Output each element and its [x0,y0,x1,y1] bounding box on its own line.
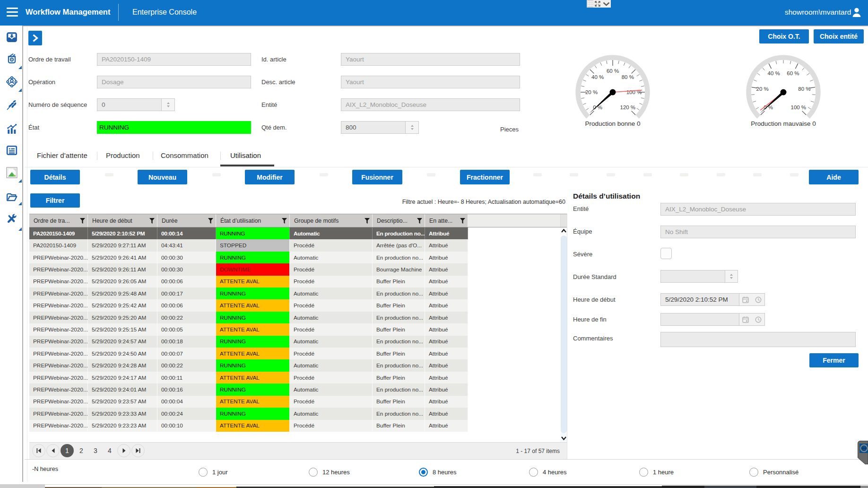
svg-text:120 %: 120 % [620,105,635,110]
svg-text:20 %: 20 % [756,86,768,92]
svg-text:40 %: 40 % [767,70,780,76]
svg-text:60 %: 60 % [787,70,799,76]
svg-text:20 %: 20 % [585,89,598,95]
svg-text:80 %: 80 % [622,74,634,80]
svg-text:60 %: 60 % [607,68,619,74]
svg-text:40 %: 40 % [591,74,604,80]
svg-text:100 %: 100 % [790,105,806,110]
svg-text:80 %: 80 % [798,86,810,92]
